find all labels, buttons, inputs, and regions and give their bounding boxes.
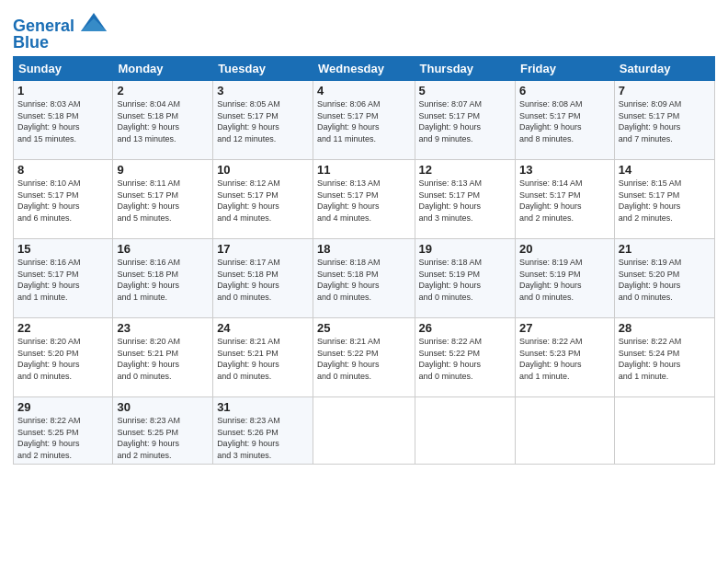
day-number: 28: [619, 321, 711, 335]
day-number: 13: [519, 163, 610, 177]
day-number: 15: [17, 242, 108, 256]
logo-text: General: [13, 13, 107, 34]
day-info: Sunrise: 8:19 AMSunset: 5:20 PMDaylight:…: [619, 257, 711, 303]
calendar-cell: 30Sunrise: 8:23 AMSunset: 5:25 PMDayligh…: [113, 397, 213, 465]
calendar-cell: 24Sunrise: 8:21 AMSunset: 5:21 PMDayligh…: [213, 318, 313, 397]
calendar-cell: 15Sunrise: 8:16 AMSunset: 5:17 PMDayligh…: [14, 239, 113, 318]
calendar-header-tuesday: Tuesday: [213, 57, 313, 81]
calendar-cell: 27Sunrise: 8:22 AMSunset: 5:23 PMDayligh…: [515, 318, 614, 397]
day-info: Sunrise: 8:04 AMSunset: 5:18 PMDaylight:…: [117, 98, 209, 144]
day-number: 11: [317, 163, 411, 177]
day-info: Sunrise: 8:22 AMSunset: 5:23 PMDaylight:…: [519, 336, 610, 382]
day-info: Sunrise: 8:23 AMSunset: 5:26 PMDaylight:…: [217, 415, 309, 461]
calendar-cell: [614, 397, 714, 465]
day-number: 24: [217, 321, 309, 335]
day-number: 22: [17, 321, 108, 335]
day-info: Sunrise: 8:21 AMSunset: 5:21 PMDaylight:…: [217, 336, 309, 382]
calendar-cell: 20Sunrise: 8:19 AMSunset: 5:19 PMDayligh…: [515, 239, 614, 318]
day-number: 27: [519, 321, 610, 335]
day-info: Sunrise: 8:13 AMSunset: 5:17 PMDaylight:…: [317, 178, 411, 224]
day-info: Sunrise: 8:11 AMSunset: 5:17 PMDaylight:…: [117, 178, 209, 224]
calendar-cell: 12Sunrise: 8:13 AMSunset: 5:17 PMDayligh…: [415, 160, 515, 239]
calendar-cell: 2Sunrise: 8:04 AMSunset: 5:18 PMDaylight…: [113, 81, 213, 160]
day-info: Sunrise: 8:20 AMSunset: 5:20 PMDaylight:…: [17, 336, 108, 382]
calendar-cell: 22Sunrise: 8:20 AMSunset: 5:20 PMDayligh…: [14, 318, 113, 397]
calendar-cell: 8Sunrise: 8:10 AMSunset: 5:17 PMDaylight…: [14, 160, 113, 239]
day-info: Sunrise: 8:03 AMSunset: 5:18 PMDaylight:…: [17, 98, 108, 144]
calendar-cell: 21Sunrise: 8:19 AMSunset: 5:20 PMDayligh…: [614, 239, 714, 318]
day-number: 5: [419, 84, 511, 98]
day-info: Sunrise: 8:18 AMSunset: 5:19 PMDaylight:…: [419, 257, 511, 303]
day-number: 1: [17, 84, 108, 98]
calendar-cell: 9Sunrise: 8:11 AMSunset: 5:17 PMDaylight…: [113, 160, 213, 239]
calendar-cell: 19Sunrise: 8:18 AMSunset: 5:19 PMDayligh…: [415, 239, 515, 318]
day-number: 31: [217, 400, 309, 414]
calendar-header-monday: Monday: [113, 57, 213, 81]
page: General Blue SundayMondayTuesdayWednesda…: [0, 0, 728, 563]
calendar-cell: 25Sunrise: 8:21 AMSunset: 5:22 PMDayligh…: [313, 318, 415, 397]
day-info: Sunrise: 8:18 AMSunset: 5:18 PMDaylight:…: [317, 257, 411, 303]
day-info: Sunrise: 8:14 AMSunset: 5:17 PMDaylight:…: [519, 178, 610, 224]
logo-general: General: [13, 17, 74, 35]
day-info: Sunrise: 8:22 AMSunset: 5:24 PMDaylight:…: [619, 336, 711, 382]
logo-blue: Blue: [13, 34, 107, 51]
calendar-header-thursday: Thursday: [415, 57, 515, 81]
day-number: 4: [317, 84, 411, 98]
day-number: 21: [619, 242, 711, 256]
calendar-header-row: SundayMondayTuesdayWednesdayThursdayFrid…: [14, 57, 715, 81]
day-info: Sunrise: 8:22 AMSunset: 5:22 PMDaylight:…: [419, 336, 511, 382]
calendar-cell: 18Sunrise: 8:18 AMSunset: 5:18 PMDayligh…: [313, 239, 415, 318]
day-number: 9: [117, 163, 209, 177]
day-number: 10: [217, 163, 309, 177]
day-number: 17: [217, 242, 309, 256]
day-number: 23: [117, 321, 209, 335]
day-number: 7: [619, 84, 711, 98]
day-info: Sunrise: 8:16 AMSunset: 5:18 PMDaylight:…: [117, 257, 209, 303]
calendar-cell: 23Sunrise: 8:20 AMSunset: 5:21 PMDayligh…: [113, 318, 213, 397]
day-info: Sunrise: 8:15 AMSunset: 5:17 PMDaylight:…: [619, 178, 711, 224]
calendar-cell: 16Sunrise: 8:16 AMSunset: 5:18 PMDayligh…: [113, 239, 213, 318]
calendar-cell: 26Sunrise: 8:22 AMSunset: 5:22 PMDayligh…: [415, 318, 515, 397]
day-info: Sunrise: 8:20 AMSunset: 5:21 PMDaylight:…: [117, 336, 209, 382]
day-info: Sunrise: 8:07 AMSunset: 5:17 PMDaylight:…: [419, 98, 511, 144]
calendar-cell: 5Sunrise: 8:07 AMSunset: 5:17 PMDaylight…: [415, 81, 515, 160]
day-info: Sunrise: 8:08 AMSunset: 5:17 PMDaylight:…: [519, 98, 610, 144]
header: General Blue: [13, 9, 715, 51]
calendar-cell: 31Sunrise: 8:23 AMSunset: 5:26 PMDayligh…: [213, 397, 313, 465]
calendar-cell: 13Sunrise: 8:14 AMSunset: 5:17 PMDayligh…: [515, 160, 614, 239]
day-number: 3: [217, 84, 309, 98]
day-number: 18: [317, 242, 411, 256]
day-info: Sunrise: 8:16 AMSunset: 5:17 PMDaylight:…: [17, 257, 108, 303]
day-info: Sunrise: 8:10 AMSunset: 5:17 PMDaylight:…: [17, 178, 108, 224]
calendar-cell: [415, 397, 515, 465]
calendar-cell: 10Sunrise: 8:12 AMSunset: 5:17 PMDayligh…: [213, 160, 313, 239]
calendar-header-wednesday: Wednesday: [313, 57, 415, 81]
day-info: Sunrise: 8:06 AMSunset: 5:17 PMDaylight:…: [317, 98, 411, 144]
logo: General Blue: [13, 13, 107, 51]
calendar-cell: 28Sunrise: 8:22 AMSunset: 5:24 PMDayligh…: [614, 318, 714, 397]
calendar-cell: 6Sunrise: 8:08 AMSunset: 5:17 PMDaylight…: [515, 81, 614, 160]
day-info: Sunrise: 8:13 AMSunset: 5:17 PMDaylight:…: [419, 178, 511, 224]
day-number: 19: [419, 242, 511, 256]
day-number: 26: [419, 321, 511, 335]
calendar-cell: 29Sunrise: 8:22 AMSunset: 5:25 PMDayligh…: [14, 397, 113, 465]
day-number: 6: [519, 84, 610, 98]
logo-icon: [81, 13, 107, 31]
day-info: Sunrise: 8:21 AMSunset: 5:22 PMDaylight:…: [317, 336, 411, 382]
calendar-cell: 3Sunrise: 8:05 AMSunset: 5:17 PMDaylight…: [213, 81, 313, 160]
day-info: Sunrise: 8:22 AMSunset: 5:25 PMDaylight:…: [17, 415, 108, 461]
calendar-cell: 11Sunrise: 8:13 AMSunset: 5:17 PMDayligh…: [313, 160, 415, 239]
day-number: 2: [117, 84, 209, 98]
day-info: Sunrise: 8:09 AMSunset: 5:17 PMDaylight:…: [619, 98, 711, 144]
calendar-table: SundayMondayTuesdayWednesdayThursdayFrid…: [13, 56, 715, 465]
calendar-header-friday: Friday: [515, 57, 614, 81]
svg-marker-1: [81, 18, 107, 31]
day-info: Sunrise: 8:23 AMSunset: 5:25 PMDaylight:…: [117, 415, 209, 461]
day-info: Sunrise: 8:17 AMSunset: 5:18 PMDaylight:…: [217, 257, 309, 303]
calendar-header-sunday: Sunday: [14, 57, 113, 81]
day-info: Sunrise: 8:05 AMSunset: 5:17 PMDaylight:…: [217, 98, 309, 144]
day-number: 20: [519, 242, 610, 256]
calendar-cell: 1Sunrise: 8:03 AMSunset: 5:18 PMDaylight…: [14, 81, 113, 160]
calendar-header-saturday: Saturday: [614, 57, 714, 81]
calendar-cell: 17Sunrise: 8:17 AMSunset: 5:18 PMDayligh…: [213, 239, 313, 318]
